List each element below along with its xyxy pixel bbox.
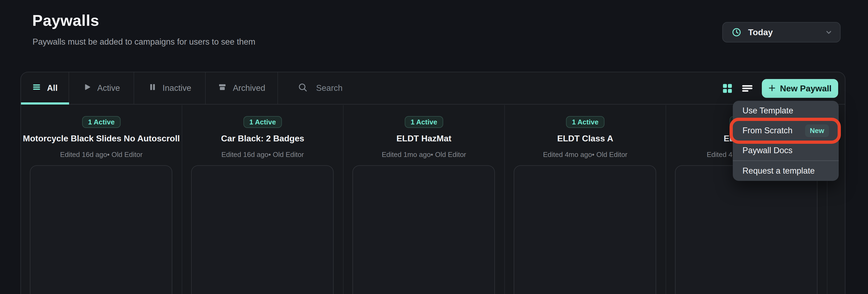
tab-inactive-label: Inactive bbox=[163, 83, 191, 93]
paywall-preview[interactable] bbox=[191, 165, 334, 294]
paywalls-panel: All Active Inactive bbox=[21, 72, 845, 294]
paywall-card-grid: 1 Active Motorcycle Black Slides No Auto… bbox=[21, 105, 846, 294]
date-range-label: Today bbox=[748, 27, 773, 37]
menu-item-paywall-docs[interactable]: Paywall Docs bbox=[733, 140, 839, 160]
tab-all-label: All bbox=[47, 83, 58, 93]
search-icon bbox=[297, 82, 309, 94]
menu-item-label: Use Template bbox=[742, 106, 793, 116]
chevron-down-icon bbox=[825, 28, 833, 37]
menu-item-use-template[interactable]: Use Template bbox=[733, 101, 839, 121]
paywall-preview[interactable] bbox=[352, 165, 495, 294]
menu-item-label: Request a template bbox=[742, 166, 815, 176]
list-view-icon[interactable] bbox=[741, 83, 753, 94]
grid-view-icon[interactable] bbox=[722, 83, 733, 94]
tab-active-label: Active bbox=[97, 83, 120, 93]
view-controls: + New Paywall bbox=[722, 72, 845, 104]
paywall-meta: Edited 16d ago• Old Editor bbox=[21, 150, 182, 159]
tab-all[interactable]: All bbox=[21, 72, 69, 104]
menu-item-label: From Scratch bbox=[742, 126, 793, 135]
tab-bar: All Active Inactive bbox=[21, 72, 845, 104]
paywall-title: ELDT Class A bbox=[505, 133, 665, 144]
menu-item-request-template[interactable]: Request a template bbox=[733, 161, 839, 181]
active-tab-underline bbox=[21, 102, 69, 104]
page-subtitle: Paywalls must be added to campaigns for … bbox=[33, 37, 255, 47]
paywall-card[interactable]: 1 Active Motorcycle Black Slides No Auto… bbox=[21, 105, 182, 294]
status-badge: 1 Active bbox=[405, 116, 443, 128]
paywall-preview[interactable] bbox=[675, 165, 817, 294]
new-paywall-menu: Use Template From Scratch New Paywall Do… bbox=[733, 101, 839, 181]
paywall-title: Motorcycle Black Slides No Autoscroll bbox=[21, 133, 182, 144]
pause-icon bbox=[148, 83, 157, 94]
play-icon bbox=[83, 83, 91, 94]
paywall-title: Car Black: 2 Badges bbox=[182, 133, 343, 144]
search-input[interactable] bbox=[316, 83, 559, 93]
list-lines-icon bbox=[32, 83, 41, 94]
status-badge: 1 Active bbox=[566, 116, 604, 128]
paywall-preview[interactable] bbox=[30, 165, 172, 294]
paywall-meta: Edited 4 bbox=[707, 150, 732, 159]
paywall-meta: Edited 1mo ago• Old Editor bbox=[344, 150, 504, 159]
paywall-card[interactable]: 1 Active Car Black: 2 Badges Edited 16d … bbox=[182, 105, 344, 294]
tab-active[interactable]: Active bbox=[69, 72, 134, 104]
new-paywall-label: New Paywall bbox=[780, 84, 832, 94]
paywall-card[interactable]: 1 Active ELDT Class A Edited 4mo ago• Ol… bbox=[505, 105, 666, 294]
status-badge: 1 Active bbox=[244, 116, 282, 128]
paywall-meta: Edited 16d ago• Old Editor bbox=[182, 150, 343, 159]
date-range-dropdown[interactable]: Today bbox=[722, 22, 841, 42]
paywall-meta: Edited 4mo ago• Old Editor bbox=[505, 150, 665, 159]
menu-item-label: Paywall Docs bbox=[742, 146, 793, 155]
paywalls-page: { "page": { "title": "Paywalls", "subtit… bbox=[0, 0, 868, 294]
menu-item-from-scratch[interactable]: From Scratch New bbox=[733, 121, 839, 140]
page-title: Paywalls bbox=[32, 11, 99, 29]
tab-archived-label: Archived bbox=[233, 83, 265, 93]
tab-inactive[interactable]: Inactive bbox=[134, 72, 206, 104]
tab-archived[interactable]: Archived bbox=[206, 72, 278, 104]
clock-icon bbox=[732, 27, 742, 37]
paywall-title: ELDT HazMat bbox=[344, 133, 504, 144]
new-paywall-button[interactable]: + New Paywall bbox=[762, 79, 838, 98]
archive-icon bbox=[218, 83, 227, 94]
paywall-preview[interactable] bbox=[514, 165, 656, 294]
status-badge: 1 Active bbox=[82, 116, 121, 128]
new-feature-badge: New bbox=[805, 124, 829, 137]
paywall-card[interactable]: 1 Active ELDT HazMat Edited 1mo ago• Old… bbox=[344, 105, 505, 294]
